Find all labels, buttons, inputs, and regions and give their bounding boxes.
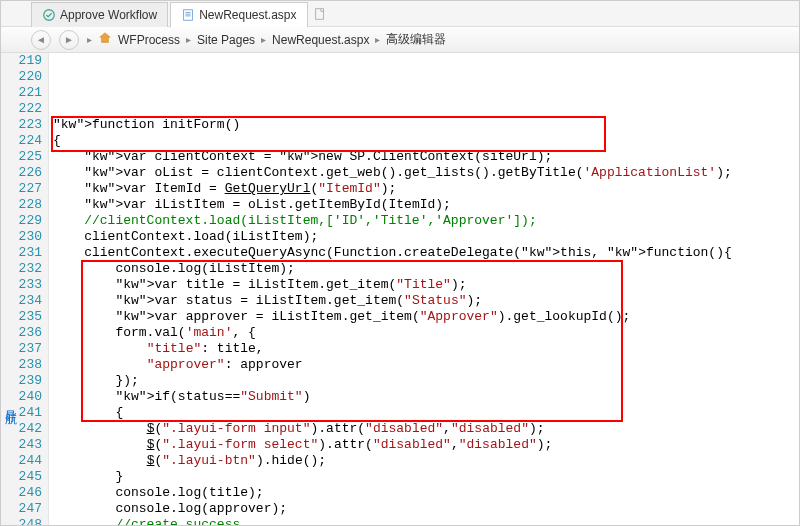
code-line[interactable]: "kw">var status = iListItem.get_item("St… [53, 293, 799, 309]
breadcrumb-bar: ◄ ► ▸ WFProcess ▸ Site Pages ▸ NewReques… [1, 27, 799, 53]
code-line[interactable]: $(".layui-btn").hide(); [53, 453, 799, 469]
code-editor[interactable]: 2192202212222232242252262272282292302312… [1, 53, 799, 525]
line-number: 248 [1, 517, 42, 526]
code-line[interactable]: "kw">var ItemId = GetQueryUrl("ItemId"); [53, 181, 799, 197]
code-line[interactable]: $(".layui-form input").attr("disabled","… [53, 421, 799, 437]
line-number: 227 [1, 181, 42, 197]
line-number: 219 [1, 53, 42, 69]
code-line[interactable]: $(".layui-form select").attr("disabled",… [53, 437, 799, 453]
code-line[interactable]: clientContext.load(iListItem); [53, 229, 799, 245]
tab-bar: Approve Workflow NewRequest.aspx [1, 1, 799, 27]
chevron-icon: ▸ [261, 34, 266, 45]
new-doc-icon [313, 7, 327, 21]
code-line[interactable]: "kw">var clientContext = "kw">new SP.Cli… [53, 149, 799, 165]
line-number: 247 [1, 501, 42, 517]
code-line[interactable]: "kw">function initForm() [53, 117, 799, 133]
line-number: 221 [1, 85, 42, 101]
line-number: 232 [1, 261, 42, 277]
code-line[interactable]: }); [53, 373, 799, 389]
code-line[interactable]: "kw">var title = iListItem.get_item("Tit… [53, 277, 799, 293]
home-icon [98, 31, 112, 48]
svg-rect-1 [184, 10, 193, 21]
svg-rect-5 [315, 8, 323, 19]
line-number: 239 [1, 373, 42, 389]
breadcrumb-item[interactable]: NewRequest.aspx [272, 33, 369, 47]
code-line[interactable]: "kw">var iListItem = oList.getItemById(I… [53, 197, 799, 213]
nav-forward-button[interactable]: ► [59, 30, 79, 50]
code-line[interactable]: } [53, 469, 799, 485]
nav-back-button[interactable]: ◄ [31, 30, 51, 50]
line-number: 231 [1, 245, 42, 261]
line-number: 229 [1, 213, 42, 229]
chevron-icon: ▸ [186, 34, 191, 45]
line-number: 244 [1, 453, 42, 469]
line-number-gutter: 2192202212222232242252262272282292302312… [1, 53, 49, 525]
tab-label: NewRequest.aspx [199, 8, 296, 22]
line-number: 226 [1, 165, 42, 181]
line-number: 243 [1, 437, 42, 453]
code-line[interactable]: "kw">if(status=="Submit") [53, 389, 799, 405]
code-line[interactable]: "approver": approver [53, 357, 799, 373]
line-number: 233 [1, 277, 42, 293]
code-line[interactable]: console.log(approver); [53, 501, 799, 517]
code-line[interactable]: console.log(iListItem); [53, 261, 799, 277]
code-line[interactable]: //create success [53, 517, 799, 526]
new-tab-button[interactable] [310, 1, 330, 26]
line-number: 234 [1, 293, 42, 309]
side-nav-label[interactable]: 导航 [2, 400, 19, 404]
line-number: 241 [1, 405, 42, 421]
code-area[interactable]: "kw">function initForm(){ "kw">var clien… [49, 53, 799, 525]
breadcrumb-item[interactable]: 高级编辑器 [386, 31, 446, 48]
code-line[interactable]: form.val('main', { [53, 325, 799, 341]
line-number: 237 [1, 341, 42, 357]
code-line[interactable]: //clientContext.load(iListItem,['ID','Ti… [53, 213, 799, 229]
tab-newrequest[interactable]: NewRequest.aspx [170, 2, 307, 27]
code-line[interactable]: "title": title, [53, 341, 799, 357]
line-number: 246 [1, 485, 42, 501]
line-number: 224 [1, 133, 42, 149]
line-number: 245 [1, 469, 42, 485]
line-number: 228 [1, 197, 42, 213]
line-number: 238 [1, 357, 42, 373]
tab-approve-workflow[interactable]: Approve Workflow [31, 2, 168, 27]
line-number: 222 [1, 101, 42, 117]
line-number: 220 [1, 69, 42, 85]
code-line[interactable]: "kw">var oList = clientContext.get_web()… [53, 165, 799, 181]
code-line[interactable]: "kw">var approver = iListItem.get_item("… [53, 309, 799, 325]
line-number: 223 [1, 117, 42, 133]
line-number: 230 [1, 229, 42, 245]
page-icon [181, 8, 195, 22]
chevron-icon: ▸ [375, 34, 380, 45]
tab-label: Approve Workflow [60, 8, 157, 22]
line-number: 242 [1, 421, 42, 437]
line-number: 225 [1, 149, 42, 165]
breadcrumb-item[interactable]: Site Pages [197, 33, 255, 47]
line-number: 235 [1, 309, 42, 325]
code-line[interactable]: clientContext.executeQueryAsync(Function… [53, 245, 799, 261]
code-line[interactable]: { [53, 133, 799, 149]
code-line[interactable]: console.log(title); [53, 485, 799, 501]
line-number: 236 [1, 325, 42, 341]
code-line[interactable]: { [53, 405, 799, 421]
chevron-icon: ▸ [87, 34, 92, 45]
check-icon [42, 8, 56, 22]
breadcrumb-item[interactable]: WFProcess [118, 33, 180, 47]
